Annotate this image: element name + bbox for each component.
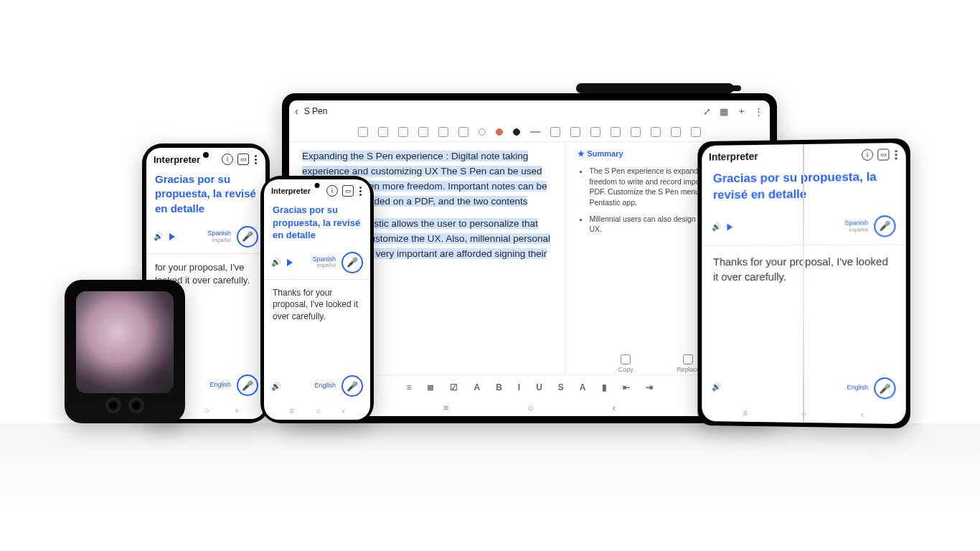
- more-icon[interactable]: [253, 155, 258, 164]
- speaker-icon[interactable]: [712, 382, 722, 391]
- phone-nav-bar: ≡ ○ ‹: [264, 402, 370, 420]
- font-icon[interactable]: A: [473, 382, 480, 392]
- strike-icon[interactable]: S: [558, 382, 564, 392]
- nav-home-icon[interactable]: ○: [801, 409, 806, 419]
- copy-button[interactable]: Copy: [618, 354, 633, 380]
- indent-icon[interactable]: ⇤: [623, 382, 630, 392]
- replace-button[interactable]: Replace: [677, 354, 700, 380]
- nav-recent-icon[interactable]: ≡: [289, 406, 294, 416]
- mic-button[interactable]: [237, 375, 258, 396]
- camera-lens-icon: [128, 397, 144, 413]
- nav-recent-icon[interactable]: ≡: [443, 402, 449, 413]
- color-swatch[interactable]: [479, 128, 486, 136]
- nav-back-icon[interactable]: ‹: [861, 410, 864, 420]
- source-text: Gracias por su propuesta, la revisé en d…: [264, 199, 370, 249]
- stroke-width-icon[interactable]: [530, 131, 540, 133]
- info-icon[interactable]: i: [862, 149, 873, 161]
- nav-home-icon[interactable]: ○: [316, 406, 321, 416]
- app-title: Interpreter: [271, 187, 322, 195]
- play-icon[interactable]: [169, 233, 175, 240]
- tool-icon[interactable]: [590, 127, 600, 137]
- source-language-selector[interactable]: Spanishespañol: [844, 220, 868, 232]
- play-icon[interactable]: [727, 223, 732, 230]
- info-icon[interactable]: i: [222, 154, 233, 165]
- nav-home-icon[interactable]: ○: [528, 402, 534, 413]
- info-icon[interactable]: i: [326, 185, 338, 197]
- tablet-titlebar: ‹ S Pen ⤢ ▦ ＋ ⋮: [289, 100, 770, 122]
- text-color-icon[interactable]: A: [580, 382, 586, 392]
- color-swatch-red[interactable]: [496, 128, 503, 136]
- nav-back-icon[interactable]: ‹: [235, 405, 238, 415]
- back-icon[interactable]: ‹: [295, 105, 298, 117]
- phone-small: Interpreter i ▭ Gracias por su propuesta…: [260, 176, 374, 423]
- source-text: Gracias por su propuesta, la revisé en d…: [146, 168, 265, 223]
- mic-button[interactable]: [341, 375, 363, 397]
- nav-recent-icon[interactable]: ≡: [743, 408, 748, 418]
- front-camera-icon: [315, 183, 320, 188]
- layout-icon[interactable]: ▭: [877, 149, 889, 160]
- speaker-icon[interactable]: [271, 382, 281, 391]
- flip-phone: [65, 280, 185, 423]
- tool-icon[interactable]: [550, 127, 560, 137]
- target-language-selector[interactable]: English: [314, 382, 336, 390]
- expand-icon[interactable]: ⤢: [701, 105, 712, 117]
- list-icon[interactable]: ≣: [427, 382, 434, 392]
- reflection-floor: [0, 423, 980, 509]
- more-icon[interactable]: [893, 150, 898, 159]
- play-icon[interactable]: [287, 259, 293, 266]
- source-language-selector[interactable]: Spanishespañol: [207, 230, 231, 243]
- tool-icon[interactable]: [378, 127, 388, 137]
- tool-icon[interactable]: [418, 127, 428, 137]
- camera-lens-icon: [105, 397, 121, 413]
- s-pen-stylus: [576, 83, 734, 93]
- flip-cameras: [105, 397, 144, 413]
- more-icon[interactable]: ⋮: [753, 105, 764, 117]
- flip-cover-display: [76, 291, 174, 393]
- target-text: Thanks for your proposal, I've looked it…: [264, 280, 370, 372]
- more-icon[interactable]: [358, 187, 363, 196]
- source-text: Gracias por su propuesta, la revisé en d…: [702, 163, 905, 214]
- checklist-icon[interactable]: ☑: [450, 382, 458, 392]
- target-language-selector[interactable]: English: [847, 385, 868, 392]
- source-language-selector[interactable]: Spanishespañol: [312, 256, 336, 269]
- tool-icon[interactable]: [458, 127, 468, 137]
- front-camera-icon: [203, 152, 209, 158]
- target-language-selector[interactable]: English: [209, 382, 231, 389]
- tool-icon[interactable]: [631, 127, 641, 137]
- mic-button[interactable]: [874, 215, 895, 237]
- nav-back-icon[interactable]: ‹: [342, 406, 345, 416]
- nav-home-icon[interactable]: ○: [204, 405, 209, 415]
- app-title: Interpreter: [709, 149, 857, 163]
- fold-device: Interpreter i ▭ Gracias por su propuesta…: [697, 138, 910, 429]
- nav-back-icon[interactable]: ‹: [613, 402, 616, 413]
- tool-icon[interactable]: [691, 127, 701, 137]
- mic-button[interactable]: [874, 377, 895, 400]
- underline-icon[interactable]: U: [536, 382, 542, 392]
- add-icon[interactable]: ＋: [735, 105, 747, 117]
- layout-icon[interactable]: ▭: [237, 154, 249, 165]
- color-swatch-black[interactable]: [513, 128, 520, 136]
- tool-icon[interactable]: [398, 127, 408, 137]
- outdent-icon[interactable]: ⇥: [646, 382, 653, 392]
- tool-icon[interactable]: [570, 127, 580, 137]
- bold-icon[interactable]: B: [496, 382, 502, 392]
- tool-icon[interactable]: [611, 127, 621, 137]
- mic-button[interactable]: [237, 226, 258, 248]
- tool-icon[interactable]: [358, 127, 368, 137]
- highlight-icon[interactable]: ▮: [602, 382, 607, 392]
- mic-button[interactable]: [341, 252, 363, 273]
- speaker-icon[interactable]: [154, 232, 164, 241]
- tool-icon[interactable]: [438, 127, 448, 137]
- tool-icon[interactable]: [671, 127, 681, 137]
- tablet-title: S Pen: [304, 106, 328, 116]
- fold-nav-bar: ≡ ○ ‹: [702, 404, 905, 424]
- layout-icon[interactable]: ▭: [342, 185, 354, 197]
- tool-icon[interactable]: [651, 127, 661, 137]
- grid-icon[interactable]: ▦: [718, 105, 730, 117]
- italic-icon[interactable]: I: [518, 382, 520, 392]
- target-text: Thanks for your proposal, I've looked it…: [702, 245, 905, 375]
- speaker-icon[interactable]: [271, 258, 281, 267]
- speaker-icon[interactable]: [712, 222, 722, 232]
- align-icon[interactable]: ≡: [406, 382, 411, 392]
- tablet-pen-toolbar: [289, 122, 770, 142]
